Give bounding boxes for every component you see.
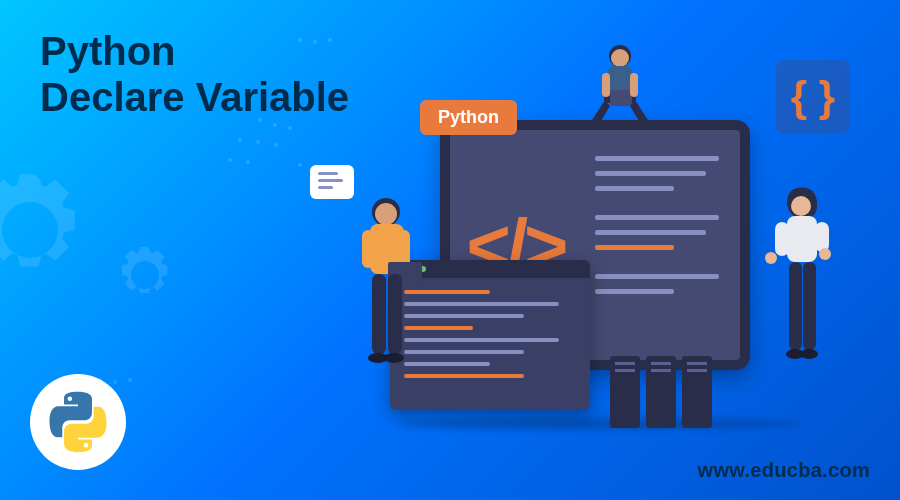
svg-point-23 bbox=[375, 203, 397, 225]
svg-point-16 bbox=[611, 49, 629, 67]
svg-rect-39 bbox=[803, 262, 816, 350]
svg-point-11 bbox=[298, 163, 302, 167]
hero-illustration: { } </> Python bbox=[320, 50, 860, 450]
svg-point-4 bbox=[273, 123, 277, 127]
svg-point-10 bbox=[246, 160, 250, 164]
title-line-2: Declare Variable bbox=[40, 74, 349, 120]
python-logo-icon bbox=[46, 390, 110, 454]
braces-decoration: { } bbox=[776, 60, 850, 134]
svg-rect-21 bbox=[630, 73, 638, 97]
svg-point-8 bbox=[274, 143, 278, 147]
svg-rect-29 bbox=[388, 274, 402, 354]
server-unit bbox=[610, 356, 640, 428]
svg-point-36 bbox=[765, 252, 777, 264]
braces-symbol: { } bbox=[791, 73, 835, 121]
title-line-1: Python bbox=[40, 28, 349, 74]
svg-rect-20 bbox=[602, 73, 610, 97]
server-rack bbox=[610, 356, 712, 428]
server-unit bbox=[682, 356, 712, 428]
svg-rect-38 bbox=[789, 262, 802, 350]
ground-shadow bbox=[400, 418, 800, 430]
svg-rect-34 bbox=[775, 222, 789, 256]
svg-rect-35 bbox=[815, 222, 829, 252]
tablet-code-lines bbox=[581, 130, 740, 360]
svg-point-31 bbox=[384, 353, 404, 363]
svg-point-41 bbox=[800, 349, 818, 359]
background-gear-large bbox=[0, 160, 100, 300]
svg-rect-19 bbox=[610, 90, 632, 106]
svg-point-13 bbox=[113, 380, 117, 384]
svg-rect-25 bbox=[362, 230, 374, 268]
person-standing-left bbox=[330, 190, 450, 430]
website-url: www.educba.com bbox=[698, 459, 870, 482]
svg-point-9 bbox=[228, 158, 232, 162]
background-gear-small bbox=[110, 240, 180, 310]
svg-point-6 bbox=[238, 138, 242, 142]
page-title: Python Declare Variable bbox=[40, 28, 349, 120]
svg-rect-28 bbox=[372, 274, 386, 354]
svg-rect-33 bbox=[787, 216, 817, 262]
python-badge: Python bbox=[420, 100, 517, 135]
person-standing-right bbox=[745, 180, 865, 430]
svg-point-5 bbox=[288, 126, 292, 130]
server-unit bbox=[646, 356, 676, 428]
svg-point-37 bbox=[819, 248, 831, 260]
svg-point-32 bbox=[791, 196, 811, 216]
svg-point-14 bbox=[128, 378, 132, 382]
python-logo-badge bbox=[30, 374, 126, 470]
svg-point-7 bbox=[256, 140, 260, 144]
person-sitting-top bbox=[570, 38, 670, 158]
speech-bubble bbox=[310, 165, 354, 199]
